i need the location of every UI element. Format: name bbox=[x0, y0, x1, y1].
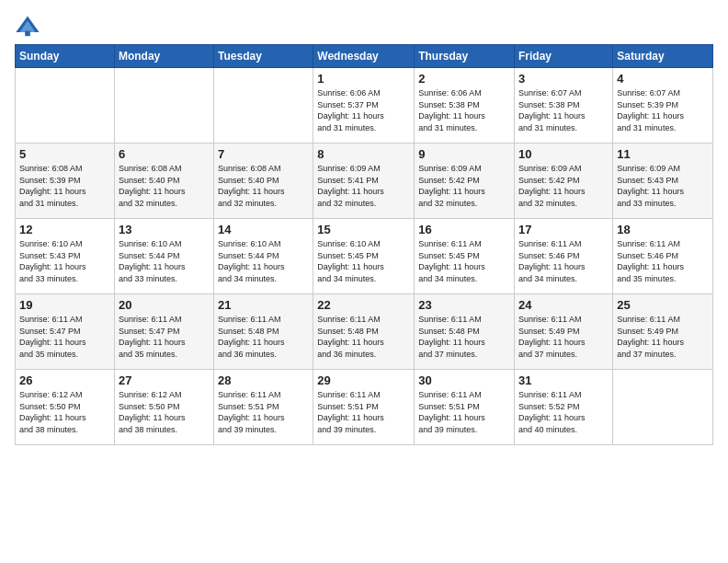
weekday-header-saturday: Saturday bbox=[613, 45, 713, 68]
calendar-cell: 7Sunrise: 6:08 AM Sunset: 5:40 PM Daylig… bbox=[214, 144, 313, 219]
day-number: 25 bbox=[617, 298, 709, 312]
day-info: Sunrise: 6:11 AM Sunset: 5:45 PM Dayligh… bbox=[418, 238, 510, 284]
calendar-cell bbox=[214, 68, 313, 144]
calendar-cell: 8Sunrise: 6:09 AM Sunset: 5:41 PM Daylig… bbox=[313, 144, 415, 219]
calendar-table: SundayMondayTuesdayWednesdayThursdayFrid… bbox=[15, 44, 713, 445]
day-number: 21 bbox=[218, 298, 309, 312]
day-info: Sunrise: 6:10 AM Sunset: 5:43 PM Dayligh… bbox=[19, 238, 110, 284]
calendar-cell: 24Sunrise: 6:11 AM Sunset: 5:49 PM Dayli… bbox=[515, 294, 613, 370]
day-info: Sunrise: 6:09 AM Sunset: 5:43 PM Dayligh… bbox=[617, 163, 709, 209]
day-info: Sunrise: 6:08 AM Sunset: 5:40 PM Dayligh… bbox=[218, 163, 309, 209]
calendar-cell: 23Sunrise: 6:11 AM Sunset: 5:48 PM Dayli… bbox=[415, 294, 515, 370]
calendar-cell: 30Sunrise: 6:11 AM Sunset: 5:51 PM Dayli… bbox=[415, 370, 515, 445]
day-info: Sunrise: 6:09 AM Sunset: 5:42 PM Dayligh… bbox=[518, 163, 609, 209]
day-number: 9 bbox=[418, 147, 510, 161]
calendar-cell bbox=[16, 68, 115, 144]
day-info: Sunrise: 6:11 AM Sunset: 5:47 PM Dayligh… bbox=[19, 314, 110, 360]
weekday-header-tuesday: Tuesday bbox=[214, 45, 313, 68]
day-info: Sunrise: 6:10 AM Sunset: 5:44 PM Dayligh… bbox=[119, 238, 210, 284]
day-number: 10 bbox=[518, 147, 609, 161]
day-info: Sunrise: 6:11 AM Sunset: 5:48 PM Dayligh… bbox=[218, 314, 309, 360]
day-info: Sunrise: 6:07 AM Sunset: 5:39 PM Dayligh… bbox=[617, 87, 709, 133]
weekday-header-monday: Monday bbox=[114, 45, 213, 68]
weekday-header-thursday: Thursday bbox=[415, 45, 515, 68]
weekday-header-row: SundayMondayTuesdayWednesdayThursdayFrid… bbox=[16, 45, 713, 68]
calendar-cell: 28Sunrise: 6:11 AM Sunset: 5:51 PM Dayli… bbox=[214, 370, 313, 445]
calendar-cell: 3Sunrise: 6:07 AM Sunset: 5:38 PM Daylig… bbox=[515, 68, 613, 144]
day-info: Sunrise: 6:10 AM Sunset: 5:44 PM Dayligh… bbox=[218, 238, 309, 284]
day-number: 26 bbox=[19, 373, 110, 387]
day-number: 1 bbox=[317, 72, 410, 86]
day-info: Sunrise: 6:08 AM Sunset: 5:39 PM Dayligh… bbox=[19, 163, 110, 209]
calendar-cell: 25Sunrise: 6:11 AM Sunset: 5:49 PM Dayli… bbox=[613, 294, 713, 370]
day-info: Sunrise: 6:09 AM Sunset: 5:41 PM Dayligh… bbox=[317, 163, 410, 209]
day-info: Sunrise: 6:11 AM Sunset: 5:51 PM Dayligh… bbox=[317, 389, 410, 435]
day-number: 5 bbox=[19, 147, 110, 161]
calendar-week-1: 1Sunrise: 6:06 AM Sunset: 5:37 PM Daylig… bbox=[16, 68, 713, 144]
calendar-cell: 10Sunrise: 6:09 AM Sunset: 5:42 PM Dayli… bbox=[515, 144, 613, 219]
day-number: 20 bbox=[119, 298, 210, 312]
page: SundayMondayTuesdayWednesdayThursdayFrid… bbox=[0, 0, 728, 563]
weekday-header-wednesday: Wednesday bbox=[313, 45, 415, 68]
day-info: Sunrise: 6:11 AM Sunset: 5:49 PM Dayligh… bbox=[518, 314, 609, 360]
day-number: 18 bbox=[617, 223, 709, 236]
calendar-cell: 9Sunrise: 6:09 AM Sunset: 5:42 PM Daylig… bbox=[415, 144, 515, 219]
calendar-cell: 15Sunrise: 6:10 AM Sunset: 5:45 PM Dayli… bbox=[313, 219, 415, 294]
calendar-cell bbox=[613, 370, 713, 445]
day-number: 13 bbox=[119, 223, 210, 236]
calendar-cell: 5Sunrise: 6:08 AM Sunset: 5:39 PM Daylig… bbox=[16, 144, 115, 219]
calendar-week-4: 19Sunrise: 6:11 AM Sunset: 5:47 PM Dayli… bbox=[16, 294, 713, 370]
logo bbox=[15, 13, 43, 39]
day-number: 22 bbox=[317, 298, 410, 312]
day-number: 31 bbox=[518, 373, 609, 387]
calendar-cell: 11Sunrise: 6:09 AM Sunset: 5:43 PM Dayli… bbox=[613, 144, 713, 219]
day-info: Sunrise: 6:09 AM Sunset: 5:42 PM Dayligh… bbox=[418, 163, 510, 209]
calendar-cell: 22Sunrise: 6:11 AM Sunset: 5:48 PM Dayli… bbox=[313, 294, 415, 370]
calendar-cell: 19Sunrise: 6:11 AM Sunset: 5:47 PM Dayli… bbox=[16, 294, 115, 370]
calendar-cell: 20Sunrise: 6:11 AM Sunset: 5:47 PM Dayli… bbox=[114, 294, 213, 370]
calendar-cell: 14Sunrise: 6:10 AM Sunset: 5:44 PM Dayli… bbox=[214, 219, 313, 294]
weekday-header-friday: Friday bbox=[515, 45, 613, 68]
day-number: 17 bbox=[518, 223, 609, 236]
calendar-cell: 4Sunrise: 6:07 AM Sunset: 5:39 PM Daylig… bbox=[613, 68, 713, 144]
calendar-cell: 16Sunrise: 6:11 AM Sunset: 5:45 PM Dayli… bbox=[415, 219, 515, 294]
day-number: 28 bbox=[218, 373, 309, 387]
day-info: Sunrise: 6:12 AM Sunset: 5:50 PM Dayligh… bbox=[119, 389, 210, 435]
calendar-week-3: 12Sunrise: 6:10 AM Sunset: 5:43 PM Dayli… bbox=[16, 219, 713, 294]
day-number: 23 bbox=[418, 298, 510, 312]
day-info: Sunrise: 6:06 AM Sunset: 5:38 PM Dayligh… bbox=[418, 87, 510, 133]
calendar-cell: 6Sunrise: 6:08 AM Sunset: 5:40 PM Daylig… bbox=[114, 144, 213, 219]
day-number: 24 bbox=[518, 298, 609, 312]
day-info: Sunrise: 6:11 AM Sunset: 5:51 PM Dayligh… bbox=[418, 389, 510, 435]
day-info: Sunrise: 6:08 AM Sunset: 5:40 PM Dayligh… bbox=[119, 163, 210, 209]
day-number: 8 bbox=[317, 147, 410, 161]
calendar-cell bbox=[114, 68, 213, 144]
day-number: 30 bbox=[418, 373, 510, 387]
calendar-cell: 13Sunrise: 6:10 AM Sunset: 5:44 PM Dayli… bbox=[114, 219, 213, 294]
day-number: 19 bbox=[19, 298, 110, 312]
day-info: Sunrise: 6:07 AM Sunset: 5:38 PM Dayligh… bbox=[518, 87, 609, 133]
day-info: Sunrise: 6:11 AM Sunset: 5:51 PM Dayligh… bbox=[218, 389, 309, 435]
svg-rect-2 bbox=[25, 31, 30, 37]
calendar-cell: 18Sunrise: 6:11 AM Sunset: 5:46 PM Dayli… bbox=[613, 219, 713, 294]
day-info: Sunrise: 6:11 AM Sunset: 5:46 PM Dayligh… bbox=[617, 238, 709, 284]
day-info: Sunrise: 6:11 AM Sunset: 5:46 PM Dayligh… bbox=[518, 238, 609, 284]
day-info: Sunrise: 6:11 AM Sunset: 5:47 PM Dayligh… bbox=[119, 314, 210, 360]
day-number: 16 bbox=[418, 223, 510, 236]
logo-icon bbox=[15, 13, 40, 39]
calendar-cell: 26Sunrise: 6:12 AM Sunset: 5:50 PM Dayli… bbox=[16, 370, 115, 445]
day-info: Sunrise: 6:11 AM Sunset: 5:52 PM Dayligh… bbox=[518, 389, 609, 435]
day-info: Sunrise: 6:10 AM Sunset: 5:45 PM Dayligh… bbox=[317, 238, 410, 284]
day-info: Sunrise: 6:11 AM Sunset: 5:49 PM Dayligh… bbox=[617, 314, 709, 360]
calendar-week-5: 26Sunrise: 6:12 AM Sunset: 5:50 PM Dayli… bbox=[16, 370, 713, 445]
day-number: 6 bbox=[119, 147, 210, 161]
calendar-cell: 29Sunrise: 6:11 AM Sunset: 5:51 PM Dayli… bbox=[313, 370, 415, 445]
day-number: 12 bbox=[19, 223, 110, 236]
calendar-cell: 17Sunrise: 6:11 AM Sunset: 5:46 PM Dayli… bbox=[515, 219, 613, 294]
calendar-cell: 21Sunrise: 6:11 AM Sunset: 5:48 PM Dayli… bbox=[214, 294, 313, 370]
calendar-cell: 2Sunrise: 6:06 AM Sunset: 5:38 PM Daylig… bbox=[415, 68, 515, 144]
day-info: Sunrise: 6:11 AM Sunset: 5:48 PM Dayligh… bbox=[418, 314, 510, 360]
day-number: 4 bbox=[617, 72, 709, 86]
day-info: Sunrise: 6:12 AM Sunset: 5:50 PM Dayligh… bbox=[19, 389, 110, 435]
calendar-cell: 1Sunrise: 6:06 AM Sunset: 5:37 PM Daylig… bbox=[313, 68, 415, 144]
